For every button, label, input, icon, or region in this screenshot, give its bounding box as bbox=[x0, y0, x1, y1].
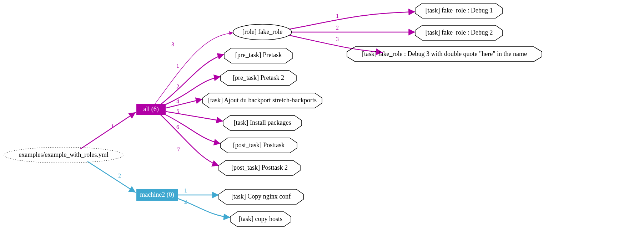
edge-label: 4 bbox=[176, 98, 179, 104]
node-label: [pre_task] Pretask bbox=[235, 51, 282, 58]
edge-label: 1 bbox=[184, 187, 187, 194]
edge-root-machine2: 2 bbox=[87, 161, 136, 192]
edge-label: 2 bbox=[184, 199, 187, 205]
node-label: [task] copy hosts bbox=[239, 215, 282, 222]
edge-machine2-nginx: 1 bbox=[178, 187, 219, 195]
node-label: [pre_task] Pretask 2 bbox=[233, 74, 284, 81]
node-debug2: [task] fake_role : Debug 2 bbox=[415, 25, 503, 40]
node-pretask1: [pre_task] Pretask bbox=[224, 48, 293, 63]
edge-role-debug1: 1 bbox=[289, 12, 415, 29]
node-play-all: all (6) bbox=[136, 104, 166, 115]
edge-label: 1 bbox=[111, 123, 114, 129]
node-root-playbook: examples/example_with_roles.yml bbox=[4, 147, 123, 163]
edge-label: 5 bbox=[176, 108, 179, 114]
node-label: [task] fake_role : Debug 1 bbox=[426, 7, 493, 14]
node-pretask2: [pre_task] Pretask 2 bbox=[221, 71, 296, 86]
node-label: [task] fake_role : Debug 2 bbox=[426, 29, 493, 36]
node-label: [task] Copy nginx conf bbox=[231, 193, 291, 200]
node-play-machine2: machine2 (0) bbox=[136, 189, 178, 201]
node-posttask1: [post_task] Posttask bbox=[221, 138, 297, 153]
node-label: [post_task] Posttask 2 bbox=[231, 164, 288, 171]
edge-label: 3 bbox=[336, 36, 339, 42]
edge-role-debug3: 3 bbox=[289, 35, 383, 52]
node-backport: [task] Ajout du backport stretch-backpor… bbox=[202, 93, 322, 108]
node-hosts: [task] copy hosts bbox=[230, 212, 291, 227]
edge-root-all: 1 bbox=[80, 112, 136, 149]
node-label: [role] fake_role bbox=[242, 28, 282, 35]
edge-label: 6 bbox=[176, 124, 179, 130]
node-label: [task] Ajout du backport stretch-backpor… bbox=[208, 97, 317, 104]
node-role: [role] fake_role bbox=[233, 24, 292, 40]
edge-all-posttask1: 6 bbox=[164, 114, 221, 144]
edge-label: 1 bbox=[176, 63, 179, 69]
edge-label: 3 bbox=[171, 41, 174, 47]
node-nginx: [task] Copy nginx conf bbox=[219, 189, 303, 204]
edge-all-role: 3 bbox=[155, 33, 233, 104]
node-debug3: [task] fake_role : Debug 3 with double q… bbox=[347, 47, 542, 62]
node-label: all (6) bbox=[143, 106, 159, 113]
node-label: examples/example_with_roles.yml bbox=[19, 151, 108, 158]
edge-label: 2 bbox=[118, 173, 121, 179]
node-label: [task] Install packages bbox=[234, 119, 291, 126]
edge-label: 1 bbox=[336, 13, 339, 19]
edge-machine2-hosts: 2 bbox=[178, 199, 230, 217]
edge-label: 2 bbox=[336, 25, 339, 31]
edge-label: 7 bbox=[177, 146, 180, 153]
node-label: [post_task] Posttask bbox=[233, 142, 285, 149]
node-posttask2: [post_task] Posttask 2 bbox=[219, 160, 300, 175]
edge-role-debug2: 2 bbox=[292, 25, 415, 32]
node-label: [task] fake_role : Debug 3 with double q… bbox=[362, 50, 527, 57]
edge-all-backport: 4 bbox=[166, 98, 202, 108]
node-label: machine2 (0) bbox=[140, 191, 174, 199]
edge-label: 2 bbox=[176, 83, 179, 89]
node-debug1: [task] fake_role : Debug 1 bbox=[415, 3, 503, 18]
node-install: [task] Install packages bbox=[223, 115, 302, 130]
